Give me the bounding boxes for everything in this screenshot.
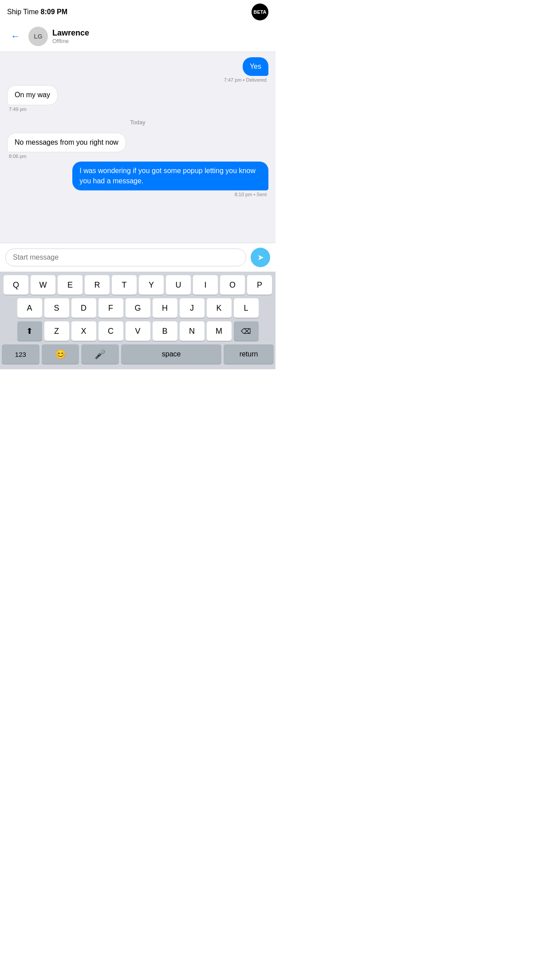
keyboard-row-1: ASDFGHJKL	[2, 298, 274, 318]
key-B[interactable]: B	[153, 321, 177, 341]
key-🎤[interactable]: 🎤	[81, 344, 119, 364]
key-P[interactable]: P	[247, 275, 272, 295]
back-button[interactable]: ←	[7, 29, 24, 44]
key-return[interactable]: return	[224, 344, 274, 364]
day-divider: Today	[7, 119, 268, 126]
message-bubble: On my way	[7, 85, 58, 105]
key-A[interactable]: A	[17, 298, 42, 318]
message-bubble: I was wondering if you got some popup le…	[72, 162, 268, 190]
key-O[interactable]: O	[220, 275, 245, 295]
message-meta: 7:47 pm • Delivered	[222, 77, 268, 83]
keyboard-bottom-row: 123😊🎤spacereturn	[2, 344, 274, 364]
key-S[interactable]: S	[44, 298, 69, 318]
key-R[interactable]: R	[85, 275, 110, 295]
input-area: ➤	[0, 243, 276, 272]
keyboard: QWERTYUIOPASDFGHJKL⬆ZXCVBNM⌫123😊🎤spacere…	[0, 272, 276, 369]
status-bar: Ship Time 8:09 PM BETA	[0, 0, 276, 23]
key-G[interactable]: G	[126, 298, 150, 318]
keyboard-row-2: ⬆ZXCVBNM⌫	[2, 321, 274, 341]
key-C[interactable]: C	[98, 321, 123, 341]
message-meta: 8:10 pm • Sent	[233, 192, 268, 197]
send-button[interactable]: ➤	[251, 248, 270, 267]
key-E[interactable]: E	[58, 275, 83, 295]
key-⬆[interactable]: ⬆	[17, 321, 42, 341]
status-time: Ship Time 8:09 PM	[7, 8, 67, 16]
chat-header: ← LG Lawrence Offline	[0, 23, 276, 52]
contact-status: Offline	[52, 38, 89, 44]
key-space[interactable]: space	[121, 344, 221, 364]
key-N[interactable]: N	[180, 321, 205, 341]
key-V[interactable]: V	[126, 321, 150, 341]
key-K[interactable]: K	[207, 298, 232, 318]
key-W[interactable]: W	[31, 275, 55, 295]
key-Z[interactable]: Z	[44, 321, 69, 341]
message-bubble: Yes	[243, 57, 268, 76]
avatar: LG	[28, 27, 48, 46]
key-L[interactable]: L	[234, 298, 259, 318]
message-row: I was wondering if you got some popup le…	[7, 162, 268, 197]
beta-badge: BETA	[252, 4, 268, 20]
message-row: Yes7:47 pm • Delivered	[7, 57, 268, 83]
key-123[interactable]: 123	[2, 344, 39, 364]
key-⌫[interactable]: ⌫	[234, 321, 259, 341]
key-Y[interactable]: Y	[139, 275, 164, 295]
message-row: No messages from you right now8:06 pm	[7, 133, 268, 159]
key-J[interactable]: J	[180, 298, 205, 318]
key-I[interactable]: I	[193, 275, 218, 295]
key-T[interactable]: T	[112, 275, 137, 295]
key-Q[interactable]: Q	[4, 275, 28, 295]
contact-info: Lawrence Offline	[52, 28, 89, 44]
key-M[interactable]: M	[207, 321, 232, 341]
key-U[interactable]: U	[166, 275, 191, 295]
key-D[interactable]: D	[71, 298, 96, 318]
chat-area: Yes7:47 pm • DeliveredOn my way7:49 pmTo…	[0, 52, 276, 243]
keyboard-row-0: QWERTYUIOP	[2, 275, 274, 295]
message-bubble: No messages from you right now	[7, 133, 126, 152]
message-row: On my way7:49 pm	[7, 85, 268, 111]
key-X[interactable]: X	[71, 321, 96, 341]
message-meta: 8:06 pm	[7, 154, 28, 159]
key-😊[interactable]: 😊	[42, 344, 79, 364]
message-input[interactable]	[5, 249, 246, 266]
contact-name: Lawrence	[52, 28, 89, 38]
send-icon: ➤	[257, 253, 264, 262]
key-F[interactable]: F	[98, 298, 123, 318]
key-H[interactable]: H	[153, 298, 177, 318]
message-meta: 7:49 pm	[7, 107, 28, 112]
